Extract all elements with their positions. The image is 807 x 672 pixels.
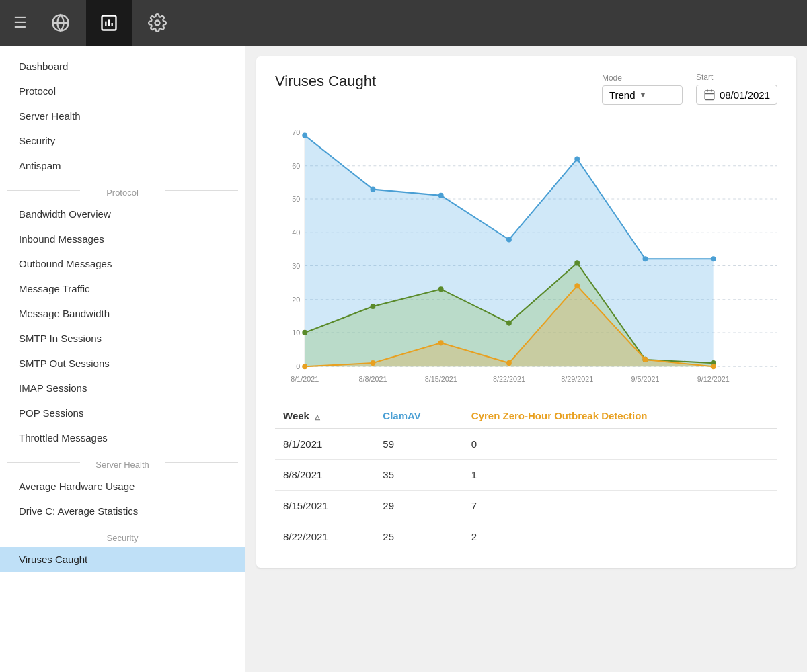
sidebar-item-message-traffic[interactable]: Message Traffic	[0, 276, 245, 301]
chart-area: .grid-line { stroke: #d0d8e0; stroke-wid…	[275, 118, 777, 387]
blue-dot-3	[506, 237, 512, 242]
mode-value: Trend	[609, 89, 636, 101]
cell-cyren-1: 1	[463, 460, 777, 491]
svg-text:50: 50	[292, 195, 300, 203]
cell-clam-3: 25	[375, 521, 463, 552]
sidebar-item-imap-sessions[interactable]: IMAP Sessions	[0, 376, 245, 401]
svg-text:8/29/2021: 8/29/2021	[561, 375, 593, 383]
start-control: Start 08/01/2021	[696, 73, 777, 105]
globe-icon-button[interactable]	[38, 0, 83, 46]
data-table: Week △ ClamAV Cyren Zero-Hour Outbreak D…	[275, 403, 777, 552]
viruses-caught-card: Viruses Caught Mode Trend ▼ Start	[256, 56, 796, 568]
sidebar-item-pop-sessions[interactable]: POP Sessions	[0, 401, 245, 425]
sidebar-item-throttled-messages[interactable]: Throttled Messages	[0, 425, 245, 450]
sidebar-section-security: Security	[0, 523, 245, 547]
sidebar-item-dashboard[interactable]: Dashboard	[0, 54, 245, 79]
settings-icon-button[interactable]	[134, 0, 180, 46]
orange-dot-3	[506, 360, 512, 366]
blue-dot-4	[574, 156, 580, 161]
start-label: Start	[696, 73, 777, 82]
mode-select[interactable]: Trend ▼	[602, 85, 683, 105]
cell-clam-1: 35	[375, 460, 463, 491]
orange-dot-2	[438, 340, 444, 345]
sidebar-item-message-bandwidth[interactable]: Message Bandwidth	[0, 301, 245, 326]
cell-week-3: 8/22/2021	[275, 521, 375, 552]
svg-text:40: 40	[292, 228, 300, 237]
svg-point-6	[155, 21, 160, 26]
cell-clam-2: 29	[375, 491, 463, 521]
blue-dot-6	[711, 256, 716, 261]
cell-clam-0: 59	[375, 429, 463, 460]
cell-cyren-0: 0	[463, 429, 777, 460]
sort-icon: △	[315, 413, 320, 421]
sidebar-item-antispam[interactable]: Antispam	[0, 153, 245, 178]
sidebar-item-average-hardware-usage[interactable]: Average Hardware Usage	[0, 474, 245, 499]
svg-text:8/15/2021: 8/15/2021	[425, 375, 457, 383]
mode-label: Mode	[602, 73, 683, 83]
svg-text:20: 20	[292, 296, 300, 304]
green-dot-4	[574, 260, 580, 265]
mode-chevron-icon: ▼	[640, 91, 647, 99]
chart-svg: .grid-line { stroke: #d0d8e0; stroke-wid…	[275, 118, 777, 387]
cell-week-1: 8/8/2021	[275, 460, 375, 491]
cell-week-2: 8/15/2021	[275, 491, 375, 521]
gear-icon	[148, 13, 167, 32]
mode-control: Mode Trend ▼	[602, 73, 683, 105]
calendar-icon	[703, 89, 716, 101]
green-dot-1	[371, 304, 376, 309]
blue-dot-1	[371, 187, 376, 192]
chart-icon-button[interactable]	[86, 0, 132, 46]
blue-dot-2	[438, 193, 444, 198]
orange-dot-5	[642, 357, 648, 362]
orange-dot-0	[302, 364, 307, 369]
hamburger-menu[interactable]: ☰	[5, 9, 35, 37]
svg-text:30: 30	[292, 261, 300, 269]
orange-dot-4	[574, 283, 580, 288]
col-clamav: ClamAV	[375, 403, 463, 429]
green-dot-3	[506, 321, 512, 326]
bar-chart-icon	[100, 13, 118, 32]
sidebar-item-viruses-caught[interactable]: Viruses Caught	[0, 547, 245, 572]
start-date-picker[interactable]: 08/01/2021	[696, 85, 777, 105]
sidebar-item-smtp-out-sessions[interactable]: SMTP Out Sessions	[0, 351, 245, 376]
svg-rect-7	[705, 91, 714, 100]
table-row: 8/22/2021 25 2	[275, 521, 777, 552]
blue-dot-0	[302, 133, 307, 138]
col-cyren: Cyren Zero-Hour Outbreak Detection	[463, 403, 777, 429]
main-content: Viruses Caught Mode Trend ▼ Start	[245, 46, 807, 672]
sidebar-item-security[interactable]: Security	[0, 128, 245, 153]
svg-text:9/12/2021: 9/12/2021	[697, 375, 730, 383]
chart-header: Viruses Caught Mode Trend ▼ Start	[275, 73, 777, 105]
sidebar-item-protocol[interactable]: Protocol	[0, 79, 245, 103]
orange-dot-6	[711, 364, 716, 369]
sidebar-item-drive-c-stats[interactable]: Drive C: Average Statistics	[0, 499, 245, 523]
svg-text:60: 60	[292, 162, 300, 170]
svg-text:70: 70	[292, 128, 300, 136]
col-week[interactable]: Week △	[275, 403, 375, 429]
svg-text:8/22/2021: 8/22/2021	[493, 375, 525, 383]
cell-week-0: 8/1/2021	[275, 429, 375, 460]
sidebar-item-server-health[interactable]: Server Health	[0, 103, 245, 128]
start-date-value: 08/01/2021	[720, 89, 770, 101]
sidebar-item-bandwidth-overview[interactable]: Bandwidth Overview	[0, 202, 245, 226]
cell-cyren-2: 7	[463, 491, 777, 521]
sidebar-section-protocol: Protocol	[0, 178, 245, 202]
top-navigation: ☰	[0, 0, 807, 46]
sidebar-item-inbound-messages[interactable]: Inbound Messages	[0, 226, 245, 251]
table-row: 8/1/2021 59 0	[275, 429, 777, 460]
table-row: 8/15/2021 29 7	[275, 491, 777, 521]
sidebar-item-smtp-in-sessions[interactable]: SMTP In Sessions	[0, 326, 245, 351]
green-dot-2	[438, 286, 444, 292]
blue-dot-5	[642, 256, 648, 261]
table-row: 8/8/2021 35 1	[275, 460, 777, 491]
chart-title: Viruses Caught	[275, 73, 376, 90]
globe-icon	[51, 13, 70, 32]
svg-text:0: 0	[296, 362, 300, 370]
svg-text:8/1/2021: 8/1/2021	[291, 375, 319, 383]
svg-text:10: 10	[292, 329, 300, 337]
app-layout: Dashboard Protocol Server Health Securit…	[0, 46, 807, 672]
sidebar-item-outbound-messages[interactable]: Outbound Messages	[0, 251, 245, 276]
svg-text:8/8/2021: 8/8/2021	[358, 375, 387, 383]
green-dot-0	[302, 330, 307, 335]
sidebar: Dashboard Protocol Server Health Securit…	[0, 46, 245, 672]
